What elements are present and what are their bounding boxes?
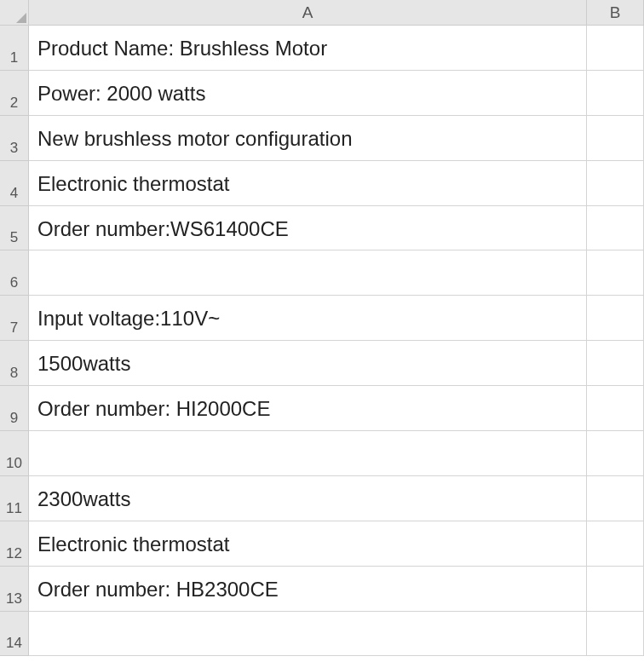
- cell-b9[interactable]: [587, 386, 644, 431]
- cell-a3[interactable]: New brushless motor configuration: [29, 116, 587, 161]
- cell-a11[interactable]: 2300watts: [29, 476, 587, 521]
- cell-a10[interactable]: [29, 431, 587, 476]
- cell-b5[interactable]: [587, 206, 644, 251]
- cell-b13[interactable]: [587, 567, 644, 612]
- row-header[interactable]: 9: [0, 386, 29, 431]
- row-header[interactable]: 12: [0, 521, 29, 567]
- cell-a8[interactable]: 1500watts: [29, 341, 587, 386]
- row-header[interactable]: 1: [0, 26, 29, 71]
- row-header[interactable]: 14: [0, 612, 29, 657]
- grid-body: 1 Product Name: Brushless Motor 2 Power:…: [0, 26, 644, 662]
- cell-b6[interactable]: [587, 250, 644, 296]
- cell-b8[interactable]: [587, 341, 644, 386]
- row: 14: [0, 612, 644, 657]
- cell-a9[interactable]: Order number: HI2000CE: [29, 386, 587, 431]
- cell-b2[interactable]: [587, 71, 644, 116]
- row: 4 Electronic thermostat: [0, 161, 644, 206]
- cell-a1[interactable]: Product Name: Brushless Motor: [29, 26, 587, 71]
- row-header[interactable]: 5: [0, 206, 29, 251]
- column-headers: A B: [29, 0, 644, 26]
- column-header-a[interactable]: A: [29, 0, 587, 26]
- row-header[interactable]: 4: [0, 161, 29, 206]
- cell-b7[interactable]: [587, 296, 644, 341]
- cell-a4[interactable]: Electronic thermostat: [29, 161, 587, 206]
- row: 13 Order number: HB2300CE: [0, 567, 644, 612]
- row-header[interactable]: 2: [0, 71, 29, 116]
- row-header[interactable]: 6: [0, 250, 29, 296]
- select-all-triangle-icon: [16, 13, 26, 23]
- row-header[interactable]: 11: [0, 476, 29, 521]
- cell-a12[interactable]: Electronic thermostat: [29, 521, 587, 567]
- cell-a7[interactable]: Input voltage:110V~: [29, 296, 587, 341]
- cell-b1[interactable]: [587, 26, 644, 71]
- cell-b10[interactable]: [587, 431, 644, 476]
- cell-a14[interactable]: [29, 612, 587, 657]
- cell-b11[interactable]: [587, 476, 644, 521]
- row-header[interactable]: 13: [0, 567, 29, 612]
- cell-a6[interactable]: [29, 250, 587, 296]
- row: 10: [0, 431, 644, 476]
- cell-b12[interactable]: [587, 521, 644, 567]
- row: 5 Order number:WS61400CE: [0, 206, 644, 251]
- cell-b4[interactable]: [587, 161, 644, 206]
- row: 3 New brushless motor configuration: [0, 116, 644, 161]
- row-header[interactable]: 7: [0, 296, 29, 341]
- row: 1 Product Name: Brushless Motor: [0, 26, 644, 71]
- row: 8 1500watts: [0, 341, 644, 386]
- cell-a2[interactable]: Power: 2000 watts: [29, 71, 587, 116]
- select-all-corner[interactable]: [0, 0, 29, 26]
- cell-a5[interactable]: Order number:WS61400CE: [29, 206, 587, 251]
- spreadsheet: A B 1 Product Name: Brushless Motor 2 Po…: [0, 0, 644, 662]
- row: 12 Electronic thermostat: [0, 521, 644, 567]
- row: 11 2300watts: [0, 476, 644, 521]
- row-header[interactable]: 3: [0, 116, 29, 161]
- cell-b3[interactable]: [587, 116, 644, 161]
- column-header-b[interactable]: B: [587, 0, 644, 26]
- cell-a13[interactable]: Order number: HB2300CE: [29, 567, 587, 612]
- row: 2 Power: 2000 watts: [0, 71, 644, 116]
- row-header[interactable]: 8: [0, 341, 29, 386]
- cell-b14[interactable]: [587, 612, 644, 657]
- row-header[interactable]: 10: [0, 431, 29, 476]
- row: 7 Input voltage:110V~: [0, 296, 644, 341]
- row: 6: [0, 250, 644, 296]
- row: 9 Order number: HI2000CE: [0, 386, 644, 431]
